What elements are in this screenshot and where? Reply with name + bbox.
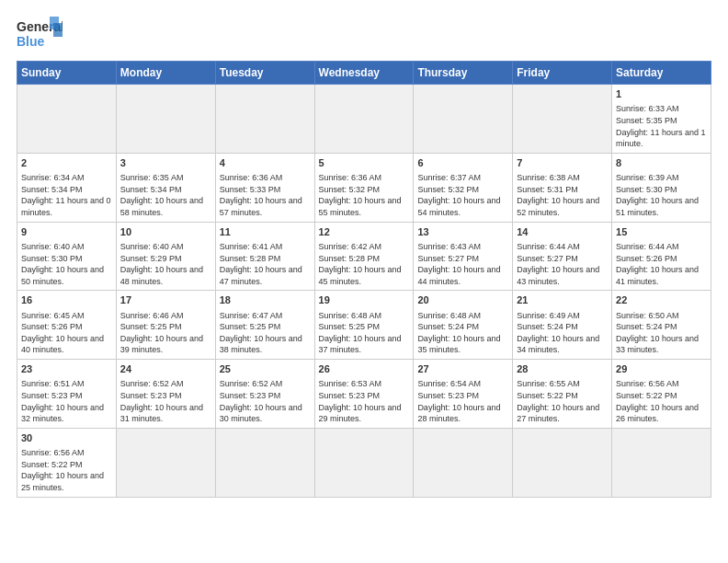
calendar-cell: 10Sunrise: 6:40 AMSunset: 5:29 PMDayligh…: [116, 222, 215, 291]
day-info: Sunrise: 6:48 AM: [417, 310, 508, 322]
day-number: 16: [21, 293, 112, 307]
calendar-row-1: 1Sunrise: 6:33 AMSunset: 5:35 PMDaylight…: [17, 85, 711, 154]
calendar-cell: [116, 428, 215, 497]
calendar-cell: 15Sunrise: 6:44 AMSunset: 5:26 PMDayligh…: [612, 222, 711, 291]
calendar-cell: [513, 428, 612, 497]
day-info: Sunset: 5:34 PM: [21, 184, 112, 196]
day-info: Daylight: 10 hours and 43 minutes.: [517, 264, 608, 287]
day-info: Sunrise: 6:51 AM: [21, 378, 112, 390]
day-info: Sunrise: 6:45 AM: [21, 310, 112, 322]
day-info: Sunrise: 6:41 AM: [220, 241, 311, 253]
day-number: 14: [517, 225, 608, 239]
weekday-header-saturday: Saturday: [612, 62, 711, 85]
calendar-cell: 18Sunrise: 6:47 AMSunset: 5:25 PMDayligh…: [215, 291, 314, 360]
calendar-cell: 17Sunrise: 6:46 AMSunset: 5:25 PMDayligh…: [116, 291, 215, 360]
day-info: Sunset: 5:31 PM: [517, 184, 608, 196]
day-info: Sunrise: 6:38 AM: [517, 172, 608, 184]
calendar-cell: [414, 428, 513, 497]
day-number: 5: [319, 156, 410, 170]
svg-marker-3: [53, 23, 63, 37]
calendar-cell: 14Sunrise: 6:44 AMSunset: 5:27 PMDayligh…: [513, 222, 612, 291]
day-info: Sunrise: 6:47 AM: [220, 310, 311, 322]
day-info: Sunset: 5:27 PM: [517, 253, 608, 265]
calendar-cell: 5Sunrise: 6:36 AMSunset: 5:32 PMDaylight…: [314, 153, 414, 222]
day-info: Sunset: 5:32 PM: [319, 184, 410, 196]
calendar-cell: [215, 428, 314, 497]
weekday-header-row: SundayMondayTuesdayWednesdayThursdayFrid…: [17, 62, 711, 85]
day-info: Daylight: 10 hours and 38 minutes.: [220, 333, 311, 356]
logo: General Blue: [17, 17, 63, 52]
calendar-row-3: 9Sunrise: 6:40 AMSunset: 5:30 PMDaylight…: [17, 222, 711, 291]
day-info: Daylight: 10 hours and 47 minutes.: [220, 264, 311, 287]
day-info: Daylight: 10 hours and 32 minutes.: [21, 402, 112, 425]
day-number: 20: [417, 293, 508, 307]
calendar-cell: 11Sunrise: 6:41 AMSunset: 5:28 PMDayligh…: [215, 222, 314, 291]
day-info: Daylight: 11 hours and 0 minutes.: [21, 195, 112, 218]
day-info: Sunset: 5:32 PM: [417, 184, 508, 196]
day-info: Sunset: 5:26 PM: [616, 253, 707, 265]
day-info: Daylight: 10 hours and 55 minutes.: [319, 195, 410, 218]
calendar-cell: 12Sunrise: 6:42 AMSunset: 5:28 PMDayligh…: [314, 222, 414, 291]
day-info: Daylight: 10 hours and 29 minutes.: [319, 402, 410, 425]
day-number: 19: [319, 293, 410, 307]
day-info: Sunset: 5:24 PM: [417, 321, 508, 333]
calendar-cell: 1Sunrise: 6:33 AMSunset: 5:35 PMDaylight…: [612, 85, 711, 154]
day-number: 1: [616, 87, 707, 101]
weekday-header-sunday: Sunday: [17, 62, 117, 85]
day-info: Sunrise: 6:36 AM: [220, 172, 311, 184]
day-info: Sunset: 5:22 PM: [616, 390, 707, 402]
day-info: Sunset: 5:30 PM: [21, 253, 112, 265]
calendar-cell: 30Sunrise: 6:56 AMSunset: 5:22 PMDayligh…: [17, 428, 117, 497]
day-info: Sunset: 5:28 PM: [220, 253, 311, 265]
day-number: 6: [417, 156, 508, 170]
day-info: Sunrise: 6:52 AM: [220, 378, 311, 390]
calendar-cell: 24Sunrise: 6:52 AMSunset: 5:23 PMDayligh…: [116, 360, 215, 429]
day-info: Sunset: 5:33 PM: [220, 184, 311, 196]
calendar-cell: 3Sunrise: 6:35 AMSunset: 5:34 PMDaylight…: [116, 153, 215, 222]
day-info: Sunset: 5:23 PM: [120, 390, 211, 402]
weekday-header-monday: Monday: [116, 62, 215, 85]
day-info: Sunset: 5:25 PM: [319, 321, 410, 333]
day-info: Sunset: 5:25 PM: [120, 321, 211, 333]
calendar-row-6: 30Sunrise: 6:56 AMSunset: 5:22 PMDayligh…: [17, 428, 711, 497]
calendar-cell: 6Sunrise: 6:37 AMSunset: 5:32 PMDaylight…: [414, 153, 513, 222]
day-info: Sunrise: 6:56 AM: [21, 447, 112, 459]
day-info: Sunset: 5:35 PM: [616, 115, 707, 127]
day-info: Sunrise: 6:52 AM: [120, 378, 211, 390]
day-number: 7: [517, 156, 608, 170]
day-number: 25: [220, 362, 311, 376]
day-info: Sunrise: 6:55 AM: [517, 378, 608, 390]
day-number: 8: [616, 156, 707, 170]
day-info: Sunrise: 6:50 AM: [616, 310, 707, 322]
day-info: Daylight: 10 hours and 37 minutes.: [319, 333, 410, 356]
day-number: 17: [120, 293, 211, 307]
day-info: Daylight: 10 hours and 58 minutes.: [120, 195, 211, 218]
day-number: 4: [220, 156, 311, 170]
calendar-cell: 7Sunrise: 6:38 AMSunset: 5:31 PMDaylight…: [513, 153, 612, 222]
calendar-cell: [116, 85, 215, 154]
day-info: Sunrise: 6:33 AM: [616, 103, 707, 115]
day-info: Daylight: 10 hours and 45 minutes.: [319, 264, 410, 287]
svg-text:Blue: Blue: [17, 34, 45, 49]
calendar-cell: 13Sunrise: 6:43 AMSunset: 5:27 PMDayligh…: [414, 222, 513, 291]
day-info: Daylight: 10 hours and 41 minutes.: [616, 264, 707, 287]
day-number: 3: [120, 156, 211, 170]
day-info: Daylight: 10 hours and 28 minutes.: [417, 402, 508, 425]
day-info: Sunrise: 6:48 AM: [319, 310, 410, 322]
calendar-table: SundayMondayTuesdayWednesdayThursdayFrid…: [17, 61, 711, 498]
day-info: Daylight: 10 hours and 35 minutes.: [417, 333, 508, 356]
day-info: Sunrise: 6:53 AM: [319, 378, 410, 390]
calendar-cell: 21Sunrise: 6:49 AMSunset: 5:24 PMDayligh…: [513, 291, 612, 360]
day-info: Sunrise: 6:40 AM: [21, 241, 112, 253]
calendar-cell: 27Sunrise: 6:54 AMSunset: 5:23 PMDayligh…: [414, 360, 513, 429]
calendar-cell: 20Sunrise: 6:48 AMSunset: 5:24 PMDayligh…: [414, 291, 513, 360]
day-info: Sunset: 5:22 PM: [21, 459, 112, 471]
day-info: Sunrise: 6:35 AM: [120, 172, 211, 184]
day-number: 9: [21, 225, 112, 239]
day-info: Sunrise: 6:54 AM: [417, 378, 508, 390]
calendar-cell: 19Sunrise: 6:48 AMSunset: 5:25 PMDayligh…: [314, 291, 414, 360]
day-info: Sunset: 5:26 PM: [21, 321, 112, 333]
weekday-header-friday: Friday: [513, 62, 612, 85]
day-number: 2: [21, 156, 112, 170]
day-number: 13: [417, 225, 508, 239]
